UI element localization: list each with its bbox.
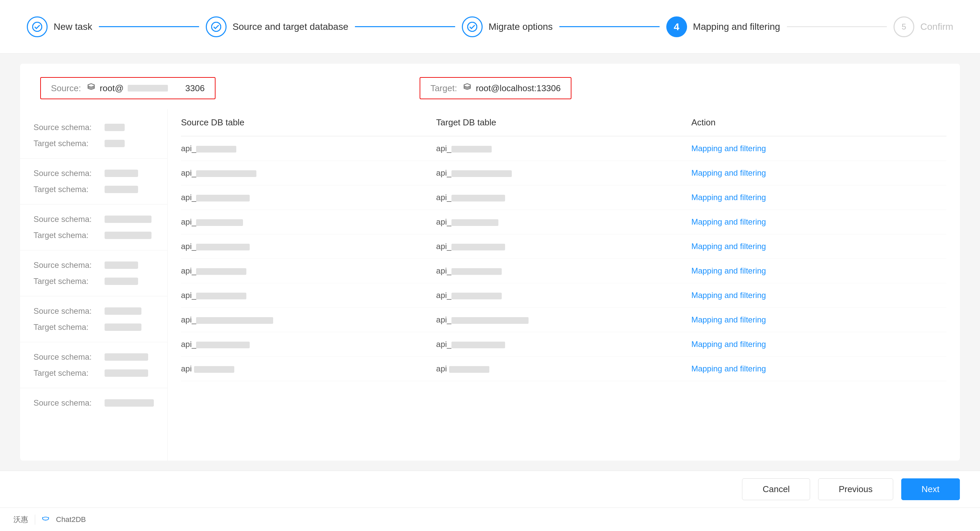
connector-3 [559, 26, 659, 27]
blur [452, 244, 505, 250]
blur [196, 219, 243, 226]
blur [452, 317, 528, 324]
schema-source-3: Source schema: [33, 211, 154, 227]
app-label: Chat2DB [56, 515, 86, 524]
target-table-cell: api_ [436, 193, 691, 202]
action-cell-5[interactable]: Mapping and filtering [691, 242, 947, 251]
mapping-link-4[interactable]: Mapping and filtering [691, 217, 766, 226]
blur [196, 170, 256, 177]
previous-button[interactable]: Previous [818, 478, 893, 500]
mapping-link-8[interactable]: Mapping and filtering [691, 315, 766, 324]
table-row: api_ api_ Mapping and filtering [181, 283, 947, 308]
source-table-cell: api_ [181, 315, 436, 324]
schema-source-6: Source schema: [33, 349, 154, 365]
target-value: root@localhost:13306 [476, 83, 561, 94]
schema-blur-s2 [105, 170, 138, 177]
bottom-bar: 沃惠 Chat2DB [0, 507, 980, 531]
schema-blur-t1 [105, 140, 125, 147]
step-confirm: 5 Confirm [894, 16, 953, 37]
step-icon-new-task [27, 16, 48, 37]
col-source-db-table: Source DB table [181, 117, 436, 128]
action-cell-10[interactable]: Mapping and filtering [691, 364, 947, 373]
schema-blur-t6 [105, 370, 148, 377]
source-table-cell: api [181, 364, 436, 373]
step-new-task: New task [27, 16, 92, 37]
blur [452, 341, 505, 348]
schema-group-7: Source schema: [20, 388, 167, 418]
svg-point-0 [32, 22, 42, 32]
source-table-cell: api_ [181, 217, 436, 226]
schema-source-7: Source schema: [33, 395, 154, 411]
table-row: api_ api_ Mapping and filtering [181, 136, 947, 161]
schema-blur-t3 [105, 232, 151, 239]
source-table-cell: api_ [181, 291, 436, 300]
action-cell-4[interactable]: Mapping and filtering [691, 217, 947, 226]
source-db-box: Source: root@ 3306 [40, 77, 215, 99]
next-button[interactable]: Next [901, 478, 960, 500]
mapping-link-3[interactable]: Mapping and filtering [691, 193, 766, 202]
table-row: api_ api_ Mapping and filtering [181, 308, 947, 332]
source-port: 3306 [185, 83, 205, 94]
schema-blur-s1 [105, 124, 125, 131]
source-table-cell: api_ [181, 242, 436, 251]
schema-group-4: Source schema: Target schema: [20, 250, 167, 297]
schema-target-3: Target schema: [33, 227, 154, 243]
footer: Cancel Previous Next [0, 470, 980, 507]
source-table-cell: api_ [181, 340, 436, 349]
schema-group-5: Source schema: Target schema: [20, 297, 167, 342]
schema-target-5: Target schema: [33, 319, 154, 335]
step-label-confirm: Confirm [920, 21, 953, 32]
schema-blur-s7 [105, 399, 154, 407]
svg-point-2 [468, 22, 477, 32]
schema-source-4: Source schema: [33, 257, 154, 273]
source-user: root@ [100, 83, 124, 94]
step-icon-source-target [206, 16, 227, 37]
action-cell-1[interactable]: Mapping and filtering [691, 144, 947, 153]
action-cell-9[interactable]: Mapping and filtering [691, 340, 947, 349]
svg-point-1 [212, 22, 221, 32]
mapping-link-2[interactable]: Mapping and filtering [691, 168, 766, 177]
right-table: Source DB table Target DB table Action a… [167, 109, 960, 461]
mapping-link-6[interactable]: Mapping and filtering [691, 266, 766, 275]
connector-1 [99, 26, 199, 27]
mapping-link-10[interactable]: Mapping and filtering [691, 364, 766, 373]
source-table-cell: api_ [181, 144, 436, 153]
mapping-link-9[interactable]: Mapping and filtering [691, 340, 766, 349]
table-row: api_ api_ Mapping and filtering [181, 259, 947, 283]
target-label: Target: [430, 83, 457, 94]
target-table-cell: api_ [436, 266, 691, 276]
table-row: api_ api_ Mapping and filtering [181, 234, 947, 259]
source-table-cell: api_ [181, 193, 436, 202]
blur [449, 366, 489, 373]
step-source-target: Source and target database [206, 16, 348, 37]
schema-blur-s3 [105, 215, 151, 223]
table-row: api_ api_ Mapping and filtering [181, 185, 947, 210]
target-table-cell: api_ [436, 340, 691, 349]
cancel-button[interactable]: Cancel [742, 478, 810, 500]
action-cell-3[interactable]: Mapping and filtering [691, 193, 947, 202]
step-label-source-target: Source and target database [232, 21, 348, 32]
mapping-link-7[interactable]: Mapping and filtering [691, 291, 766, 300]
blur [196, 341, 250, 348]
mapping-link-5[interactable]: Mapping and filtering [691, 242, 766, 251]
db-header-row: Source: root@ 3306 Target: [20, 64, 960, 109]
blur [452, 195, 505, 201]
table-row: api_ api_ Mapping and filtering [181, 210, 947, 234]
action-cell-2[interactable]: Mapping and filtering [691, 168, 947, 178]
schema-group-3: Source schema: Target schema: [20, 204, 167, 250]
schema-blur-s6 [105, 353, 148, 361]
schema-blur-t5 [105, 324, 142, 331]
action-cell-6[interactable]: Mapping and filtering [691, 266, 947, 276]
mapping-link-1[interactable]: Mapping and filtering [691, 144, 766, 153]
schema-source-5: Source schema: [33, 303, 154, 319]
schema-source-1: Source schema: [33, 120, 154, 136]
source-label: Source: [51, 83, 81, 94]
target-table-cell: api [436, 364, 691, 373]
col-target-db-table: Target DB table [436, 117, 691, 128]
schema-blur-s4 [105, 262, 138, 269]
action-cell-7[interactable]: Mapping and filtering [691, 291, 947, 300]
schema-group-2: Source schema: Target schema: [20, 159, 167, 204]
action-cell-8[interactable]: Mapping and filtering [691, 315, 947, 324]
schema-target-4: Target schema: [33, 273, 154, 289]
blur [452, 219, 498, 226]
